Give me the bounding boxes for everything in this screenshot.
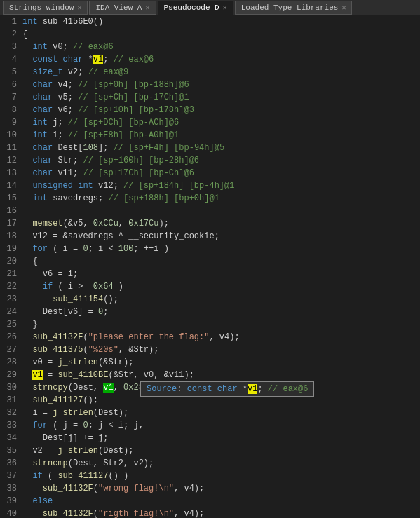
code-line-19: 19 for ( i = 0; i < 100; ++i ) — [0, 243, 420, 255]
code-line-39: 39 else — [0, 495, 420, 507]
code-line-23: 23 sub_411154(); — [0, 293, 420, 306]
tab-ida-view[interactable]: IDA View-A ✕ — [89, 1, 156, 15]
code-line-4: 4 const char *v1; // eax@6 — [0, 53, 420, 66]
code-line-14: 14 unsigned int v12; // [sp+184h] [bp-4h… — [0, 179, 420, 192]
close-icon[interactable]: ✕ — [145, 4, 149, 12]
code-line-13: 13 char v11; // [sp+17Ch] [bp-Ch]@6 — [0, 167, 420, 179]
code-line-26: 26 sub_41132F("please enter the flag:", … — [0, 331, 420, 343]
code-line-8: 8 char v6; // [sp+10h] [bp-178h]@3 — [0, 104, 420, 116]
code-line-5: 5 size_t v2; // eax@9 — [0, 66, 420, 79]
code-line-18: 18 v12 = &savedregs ^ __security_cookie; — [0, 230, 420, 243]
code-line-7: 7 char v5; // [sp+Ch] [bp-17Ch]@1 — [0, 91, 420, 104]
code-line-11: 11 char Dest[108]; // [sp+F4h] [bp-94h]@… — [0, 142, 420, 154]
tab-strings-window[interactable]: Strings window ✕ — [3, 1, 88, 15]
code-area: 1 int sub_4156E0() 2 { 3 int v0; // eax@… — [0, 15, 420, 518]
code-line-15: 15 int savedregs; // [sp+188h] [bp+0h]@1 — [0, 192, 420, 205]
close-icon[interactable]: ✕ — [223, 4, 227, 12]
code-line-21: 21 v6 = i; — [0, 268, 420, 280]
code-line-36: 36 strncmp(Dest, Str2, v2); — [0, 457, 420, 470]
code-line-3: 3 int v0; // eax@6 — [0, 41, 420, 53]
tooltip-label: Source — [147, 384, 177, 394]
code-line-10: 10 int i; // [sp+E8h] [bp-A0h]@1 — [0, 129, 420, 142]
code-line-35: 35 v2 = j_strlen(Dest); — [0, 444, 420, 457]
code-line-32: 32 i = j_strlen(Dest); — [0, 407, 420, 419]
close-icon[interactable]: ✕ — [77, 4, 81, 12]
code-line-27: 27 sub_411375("%20s", &Str); — [0, 343, 420, 356]
code-line-6: 6 char v4; // [sp+0h] [bp-188h]@6 — [0, 79, 420, 91]
code-line-38: 38 sub_41132F("wrong flag!\n", v4); — [0, 482, 420, 495]
tab-loaded-libraries[interactable]: Loaded Type Libraries ✕ — [235, 1, 353, 15]
tab-pseudocode[interactable]: Pseudocode D ✕ — [158, 1, 233, 15]
code-line-28: 28 v0 = j_strlen(&Str); — [0, 356, 420, 369]
code-line-20: 20 { — [0, 255, 420, 268]
code-line-29: 29 v1 = sub_4110BE(&Str, v0, &v11); — [0, 369, 420, 381]
code-line-37: 37 if ( sub_411127() ) — [0, 470, 420, 482]
code-line-2: 2 { — [0, 28, 420, 41]
code-line-25: 25 } — [0, 318, 420, 331]
code-line-33: 33 for ( j = 0; j < i; j, — [0, 419, 420, 432]
tab-bar: Strings window ✕ IDA View-A ✕ Pseudocode… — [0, 0, 420, 15]
code-line-22: 22 if ( i >= 0x64 ) — [0, 280, 420, 293]
code-line-16: 16 — [0, 205, 420, 217]
code-line-34: 34 Dest[j] += j; — [0, 432, 420, 444]
code-line-40: 40 sub_41132F("rigth flag!\n", v4); — [0, 507, 420, 518]
code-line-24: 24 Dest[v6] = 0; — [0, 306, 420, 318]
tooltip: Source: const char *v1; // eax@6 — [140, 381, 314, 397]
code-line-12: 12 char Str; // [sp+160h] [bp-28h]@6 — [0, 154, 420, 167]
code-line-17: 17 memset(&v5, 0xCCu, 0x17Cu); — [0, 217, 420, 230]
code-line-9: 9 int j; // [sp+DCh] [bp-ACh]@6 — [0, 116, 420, 129]
close-icon[interactable]: ✕ — [341, 4, 346, 12]
code-line-1: 1 int sub_4156E0() — [0, 15, 420, 28]
